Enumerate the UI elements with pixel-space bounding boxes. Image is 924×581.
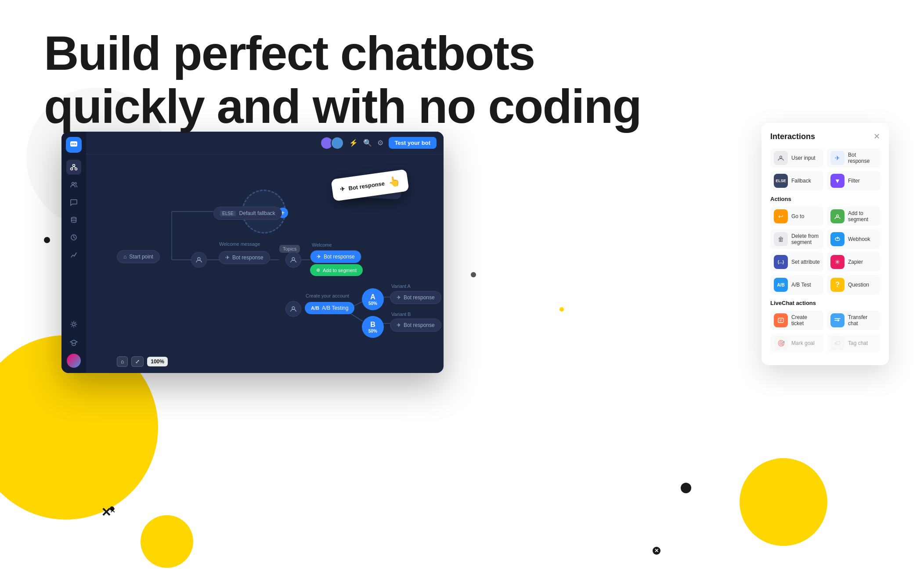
question-label: Question <box>848 282 869 288</box>
filter-panel-icon: ▼ <box>830 174 845 188</box>
variant-a-node[interactable]: A 50% <box>362 288 384 310</box>
avatar-group <box>320 136 344 150</box>
webhook-label: Webhook <box>848 236 870 242</box>
actions-section-title: Actions <box>770 196 880 202</box>
sidebar <box>61 132 86 373</box>
cross-decoration: ✕ <box>101 505 111 520</box>
start-point-node[interactable]: ⌂ Start point <box>117 250 160 263</box>
dot-black-3 <box>681 483 691 493</box>
dot-black-1 <box>44 237 50 243</box>
panel-item-create-ticket[interactable]: Create ticket <box>770 311 823 330</box>
fallback-node[interactable]: ELSE Default fallback <box>213 207 282 220</box>
panel-item-transfer-chat[interactable]: Transfer chat <box>827 311 880 330</box>
hand-icon: 👆 <box>387 176 401 189</box>
welcome-message-label: Welcome message <box>219 241 260 247</box>
heading-line1: Build perfect chatbots <box>44 26 641 79</box>
create-ticket-label: Create ticket <box>791 314 820 326</box>
start-icon: ⌂ <box>123 254 126 260</box>
bottom-toolbar: ⌂ ⤢ 100% <box>117 356 168 367</box>
svg-point-10 <box>75 183 76 184</box>
delete-segment-label: Delete from segment <box>791 233 820 245</box>
mark-goal-icon: 🎯 <box>774 336 788 350</box>
home-toolbar-button[interactable]: ⌂ <box>117 356 128 367</box>
else-badge: ELSE <box>220 211 236 216</box>
heading-line2: quickly and with no coding <box>44 79 641 133</box>
sidebar-item-flows[interactable] <box>66 160 81 175</box>
goto-label: Go to <box>791 213 804 219</box>
blob-yellow-right <box>740 458 827 546</box>
panel-item-fallback[interactable]: ELSE Fallback <box>770 171 823 190</box>
user-input-circle-1[interactable] <box>191 252 207 268</box>
panel-item-mark-goal[interactable]: 🎯 Mark goal <box>770 334 823 353</box>
panel-item-goto[interactable]: ↩ Go to <box>770 207 823 226</box>
sidebar-item-settings[interactable] <box>66 317 81 332</box>
panel-item-zapier[interactable]: ✳ Zapier <box>827 252 880 272</box>
svg-point-2 <box>73 143 75 145</box>
svg-rect-30 <box>778 318 783 323</box>
interactions-grid: User input ✈ Bot response ELSE Fallback … <box>770 148 880 190</box>
ab-test-icon: A/B <box>774 278 788 292</box>
panel-item-delete-segment[interactable]: 🗑 Delete from segment <box>770 230 823 249</box>
panel-item-user-input[interactable]: User input <box>770 148 823 168</box>
add-segment-label: Add to segment <box>848 210 877 222</box>
expand-toolbar-button[interactable]: ⤢ <box>131 356 144 367</box>
panel-item-set-attribute[interactable]: {...} Set attribute <box>770 252 823 272</box>
question-icon: ? <box>830 278 845 292</box>
variant-a-label: Variant A <box>391 283 411 289</box>
dot-yellow-1 <box>559 307 564 312</box>
zoom-level: 100% <box>147 357 168 366</box>
sidebar-item-chat[interactable] <box>66 195 81 210</box>
bot-response-icon-2: ✈ <box>317 254 321 260</box>
delete-segment-icon: 🗑 <box>774 232 788 246</box>
panel-item-filter[interactable]: ▼ Filter <box>827 171 880 190</box>
search-icon[interactable]: 🔍 <box>363 139 372 147</box>
sidebar-item-graduation[interactable] <box>66 335 81 350</box>
user-input-label: User input <box>791 155 816 161</box>
lightning-icon[interactable]: ⚡ <box>349 139 358 147</box>
sidebar-item-database[interactable] <box>66 212 81 227</box>
dot-cross: ✕ <box>653 547 661 555</box>
sidebar-item-clock[interactable] <box>66 230 81 245</box>
ab-testing-node[interactable]: A/B A/B Testing <box>305 302 354 314</box>
variant-b-response-node[interactable]: ✈ Bot response <box>390 319 441 332</box>
ab-test-label: A/B Test <box>791 282 811 288</box>
fallback-panel-icon: ELSE <box>774 174 788 188</box>
variant-a-response-node[interactable]: ✈ Bot response <box>390 291 441 304</box>
add-to-segment-node[interactable]: ⊕ Add to segment <box>310 264 363 276</box>
sidebar-item-analytics[interactable] <box>66 247 81 262</box>
livechat-section-title: LiveChat actions <box>770 300 880 306</box>
livechat-grid: Create ticket Transfer chat 🎯 Mark goal … <box>770 311 880 353</box>
svg-point-1 <box>72 143 73 145</box>
user-avatar[interactable] <box>67 354 81 368</box>
transfer-chat-label: Transfer chat <box>848 314 877 326</box>
sidebar-item-users[interactable] <box>66 177 81 192</box>
bot-response-node-1[interactable]: ✈ Bot response <box>219 251 270 264</box>
panel-close-button[interactable]: ✕ <box>873 132 880 141</box>
panel-item-bot-response[interactable]: ✈ Bot response <box>827 148 880 168</box>
test-your-bot-button[interactable]: Test your bot <box>389 137 437 149</box>
bot-response-panel-label: Bot response <box>848 152 877 164</box>
variant-b-label: Variant B <box>391 312 411 317</box>
panel-item-ab-test[interactable]: A/B A/B Test <box>770 275 823 294</box>
user-input-circle-2[interactable] <box>285 301 301 317</box>
panel-item-add-segment[interactable]: Add to segment <box>827 207 880 226</box>
set-attribute-label: Set attribute <box>791 259 820 265</box>
variant-b-node[interactable]: B 50% <box>362 316 384 338</box>
actions-grid: ↩ Go to Add to segment 🗑 Delete from seg… <box>770 207 880 294</box>
avatar-2 <box>331 136 344 150</box>
user-input-icon <box>774 151 788 165</box>
panel-item-webhook[interactable]: Webhook <box>827 230 880 249</box>
svg-point-13 <box>72 323 75 326</box>
svg-point-29 <box>837 215 839 217</box>
svg-point-4 <box>73 165 75 167</box>
svg-point-9 <box>72 183 74 185</box>
bot-response-icon-1: ✈ <box>225 255 230 261</box>
panel-item-tag-chat[interactable]: 🏷 Tag chat <box>827 334 880 353</box>
settings-icon[interactable]: ⚙ <box>377 139 383 147</box>
svg-point-26 <box>292 258 295 260</box>
topics-circle[interactable] <box>285 252 301 268</box>
bot-response-node-2[interactable]: ✈ Bot response <box>310 250 361 263</box>
fallback-panel-label: Fallback <box>791 178 811 184</box>
sidebar-logo[interactable] <box>66 137 82 153</box>
panel-item-question[interactable]: ? Question <box>827 275 880 294</box>
